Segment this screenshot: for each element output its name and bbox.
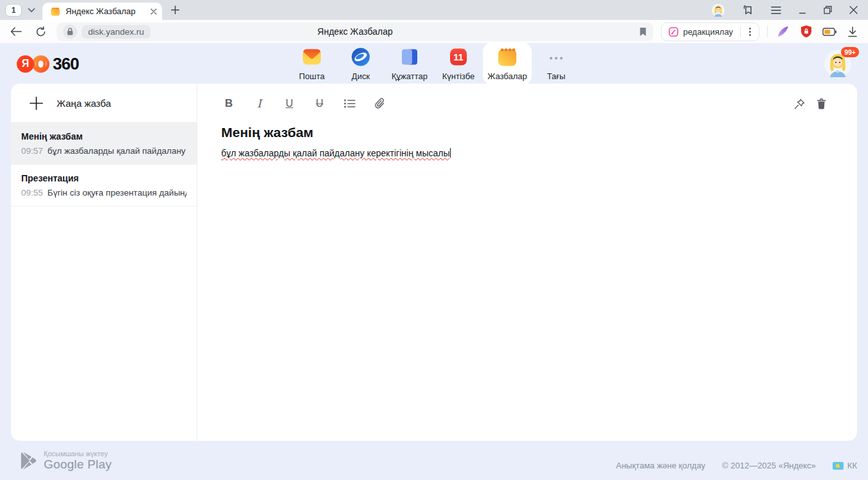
battery-saver-button[interactable]: [822, 24, 837, 39]
note-item-title: Менің жазбам: [21, 131, 186, 143]
tab-counter-value: 1: [12, 6, 16, 15]
browser-menu-button[interactable]: [771, 6, 781, 14]
edit-mode-button[interactable]: редакциялау: [662, 27, 740, 37]
feather-icon: [777, 25, 790, 38]
trash-icon: [817, 98, 826, 109]
hamburger-menu-icon: [771, 6, 781, 14]
bookmark-button[interactable]: [639, 27, 647, 37]
site-security-button[interactable]: [63, 24, 77, 39]
tab-close-button[interactable]: [150, 8, 157, 15]
google-play-link[interactable]: Қосымшаны жүктеу Google Play: [19, 450, 112, 472]
window-close-button[interactable]: [849, 6, 858, 14]
minimize-icon: [799, 6, 806, 14]
strikethrough-button[interactable]: U: [312, 96, 327, 111]
service-docs[interactable]: Құжаттар: [385, 42, 434, 86]
service-label: Пошта: [299, 71, 325, 81]
url-domain[interactable]: disk.yandex.ru: [82, 25, 150, 39]
service-more[interactable]: Тағы: [532, 42, 581, 86]
tab-list-chevron-button[interactable]: [24, 4, 39, 17]
browser-profile-avatar[interactable]: [712, 4, 725, 17]
window-restore-button[interactable]: [824, 6, 832, 14]
close-icon: [150, 8, 157, 15]
yandex-pen-extension-button[interactable]: [775, 24, 791, 39]
app-footer: Қосымшаны жүктеу Google Play Анықтама жә…: [0, 441, 868, 480]
panels-button[interactable]: [742, 5, 754, 16]
new-note-button[interactable]: Жаңа жазба: [11, 84, 197, 123]
shield-lock-icon: [800, 25, 812, 38]
protect-shield-button[interactable]: [799, 24, 814, 39]
plus-icon: [171, 6, 179, 14]
language-code: КК: [847, 461, 857, 470]
note-body[interactable]: бұл жазбаларды қалай пайдалану керектігі…: [221, 148, 829, 158]
360-logo-icon: [32, 55, 50, 73]
new-tab-button[interactable]: [166, 1, 184, 19]
pin-note-button[interactable]: [791, 96, 807, 111]
service-notes-active[interactable]: Жазбалар: [483, 42, 532, 86]
service-label: Жазбалар: [487, 71, 527, 81]
edit-options-button[interactable]: [741, 23, 759, 41]
note-item-time: 09:57: [21, 146, 43, 156]
more-dots-icon: [545, 46, 567, 68]
note-item-time: 09:55: [21, 188, 43, 198]
close-icon: [849, 6, 858, 14]
reload-button[interactable]: [32, 23, 49, 40]
note-title[interactable]: Менің жазбам: [221, 125, 829, 140]
delete-note-button[interactable]: [813, 96, 829, 111]
service-mail[interactable]: Пошта: [287, 42, 336, 86]
divider: [767, 26, 768, 37]
service-label: Күнтізбе: [442, 71, 475, 81]
downloads-button[interactable]: [845, 24, 860, 39]
note-list-item[interactable]: Менің жазбам 09:57 бұл жазбаларды қалай …: [11, 123, 197, 165]
editor-toolbar-right: [791, 96, 829, 111]
kazakhstan-flag-icon: [833, 462, 844, 470]
yandex-360-logo[interactable]: Я 360: [17, 54, 78, 74]
paperclip-icon: [375, 98, 385, 109]
help-support-link[interactable]: Анықтама және қолдау: [616, 461, 705, 470]
italic-button[interactable]: I: [251, 96, 267, 111]
user-avatar[interactable]: 99+: [824, 50, 851, 77]
restore-icon: [824, 6, 832, 14]
browser-tab-bar: 1 Яндекс Жазбалар: [0, 0, 868, 20]
chevron-down-icon: [28, 8, 35, 13]
notes-content-card: Жаңа жазба Менің жазбам 09:57 бұл жазбал…: [11, 84, 857, 441]
editor-toolbar: B I U U: [221, 91, 829, 116]
service-disk[interactable]: Диск: [336, 42, 385, 86]
battery-icon: [822, 28, 836, 36]
lock-icon: [67, 28, 73, 35]
kebab-menu-icon: [749, 28, 751, 36]
bullet-list-button[interactable]: [342, 96, 357, 111]
notes-favicon: [50, 6, 60, 17]
edit-pencil-icon: [669, 27, 678, 37]
browser-toolbar: disk.yandex.ru Яндекс Жазбалар редакциял…: [0, 20, 868, 44]
window-minimize-button[interactable]: [799, 6, 806, 14]
service-calendar[interactable]: 11 Күнтізбе: [434, 42, 483, 86]
language-switcher[interactable]: КК: [833, 461, 857, 470]
service-label: Құжаттар: [392, 71, 428, 81]
back-button[interactable]: [8, 23, 24, 40]
notes-icon: [496, 46, 518, 68]
text-caret: [450, 148, 451, 158]
note-item-meta: 09:57 бұл жазбаларды қалай пайдалану ке.…: [21, 146, 186, 156]
google-play-texts: Қосымшаны жүктеу Google Play: [44, 450, 112, 472]
attach-file-button[interactable]: [372, 96, 388, 111]
services-nav: Пошта Диск: [287, 42, 581, 86]
bold-button[interactable]: B: [221, 96, 237, 111]
service-label: Тағы: [547, 71, 566, 81]
yandex-360-app: Я 360 Пошта: [0, 44, 868, 480]
panels-icon: [742, 5, 754, 16]
footer-links: Анықтама және қолдау © 2012—2025 «Яндекс…: [616, 461, 857, 470]
note-list-item[interactable]: Презентация 09:55 Бүгін сіз оқуға презен…: [11, 165, 197, 207]
underline-button[interactable]: U: [282, 96, 297, 111]
note-editor: B I U U: [197, 84, 857, 441]
google-play-caption: Қосымшаны жүктеу: [44, 450, 112, 457]
yandex-logo-icon: Я: [17, 55, 34, 73]
tab-counter-button[interactable]: 1: [5, 4, 22, 17]
services-header: Я 360 Пошта: [0, 44, 868, 84]
address-bar[interactable]: disk.yandex.ru Яндекс Жазбалар: [57, 23, 653, 41]
notifications-badge: 99+: [841, 47, 859, 57]
window-controls: [712, 4, 868, 17]
profile-avatar-icon: [712, 4, 725, 17]
back-arrow-icon: [10, 27, 22, 36]
browser-tab-active[interactable]: Яндекс Жазбалар: [42, 3, 162, 20]
google-play-label: Google Play: [44, 457, 112, 472]
